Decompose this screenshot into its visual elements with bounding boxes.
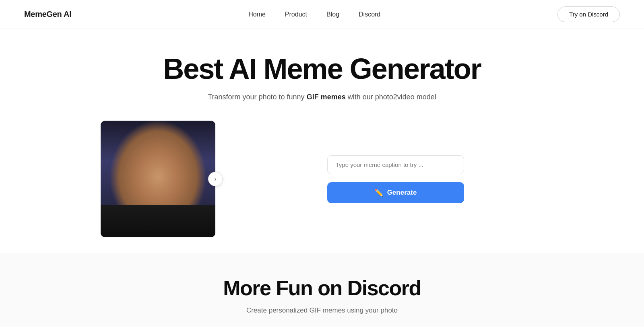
generate-icon: ✏️ <box>374 188 383 197</box>
demo-area: › ✏️ Generate <box>101 121 543 237</box>
demo-image-container: › <box>101 121 215 237</box>
brand-logo[interactable]: MemeGen AI <box>24 10 71 19</box>
navbar: MemeGen AI Home Product Blog Discord Try… <box>0 0 644 29</box>
nav-home[interactable]: Home <box>248 11 266 18</box>
more-fun-subtitle: Create personalized GIF memes using your… <box>24 306 620 315</box>
more-fun-title: More Fun on Discord <box>24 276 620 300</box>
caption-input[interactable] <box>327 155 464 174</box>
generate-label: Generate <box>387 189 417 197</box>
nav-discord[interactable]: Discord <box>359 11 380 18</box>
nav-blog[interactable]: Blog <box>326 11 339 18</box>
nav-product[interactable]: Product <box>285 11 307 18</box>
more-fun-section: More Fun on Discord Create personalized … <box>0 253 644 327</box>
generate-button[interactable]: ✏️ Generate <box>327 182 464 203</box>
hero-title: Best AI Meme Generator <box>163 53 481 85</box>
hero-subtitle: Transform your photo to funny GIF memes … <box>208 93 436 101</box>
nav-links: Home Product Blog Discord <box>248 11 380 18</box>
demo-suit <box>101 205 215 237</box>
try-on-discord-button[interactable]: Try on Discord <box>557 6 620 22</box>
demo-image <box>101 121 215 237</box>
demo-controls: ✏️ Generate <box>248 155 543 203</box>
demo-next-button[interactable]: › <box>208 172 223 186</box>
hero-section: Best AI Meme Generator Transform your ph… <box>0 29 644 253</box>
